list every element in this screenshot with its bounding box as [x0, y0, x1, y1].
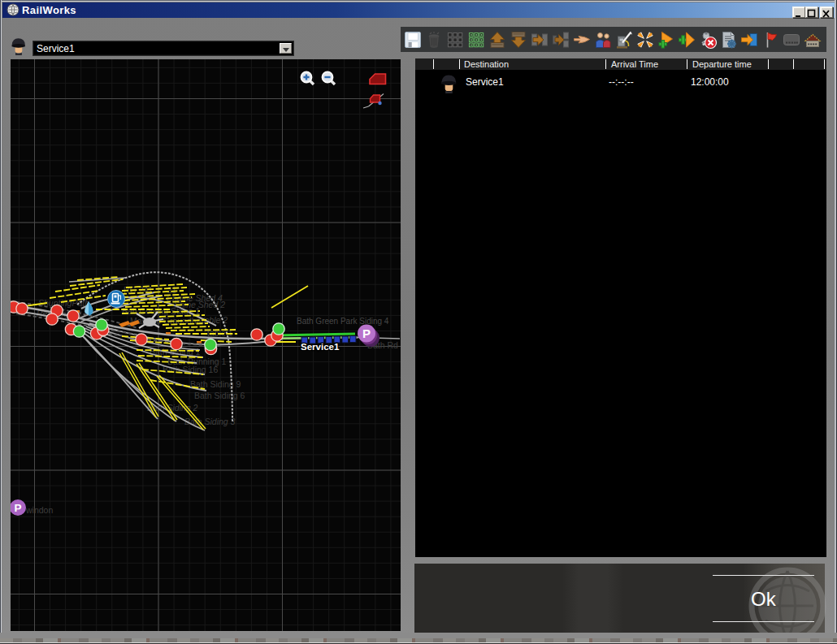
svg-text:Service1: Service1 [301, 342, 340, 352]
svg-text:P: P [14, 502, 21, 514]
svg-text:windon: windon [25, 505, 53, 515]
svg-text:Bath Green Park Siding 4: Bath Green Park Siding 4 [297, 317, 389, 326]
svg-text:table 1: table 1 [207, 328, 233, 338]
svg-text:Bath Siding 6: Bath Siding 6 [194, 391, 245, 400]
svg-text:P: P [362, 326, 371, 340]
